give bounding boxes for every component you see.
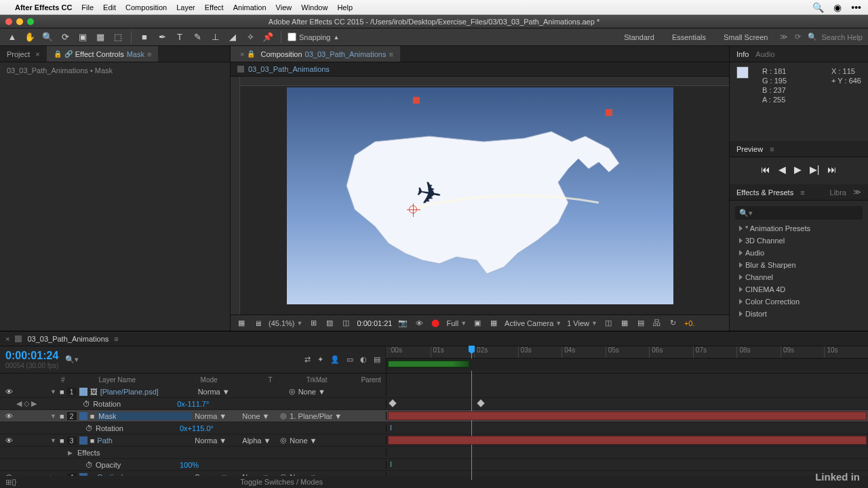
next-frame-button[interactable]: ▶| — [810, 164, 820, 175]
tab-project[interactable]: Project × — [0, 46, 47, 62]
expression-icon[interactable]: I — [390, 460, 392, 468]
panel-menu-icon[interactable]: ≡ — [800, 188, 804, 197]
layer-row[interactable]: 👁 ▼ ■ 1 🖼 [Plane/Plane.psd] Norma ▼ ◎ No… — [0, 386, 868, 398]
workspace-overflow-icon[interactable]: ≫ — [780, 33, 788, 41]
work-area-bar[interactable] — [388, 361, 469, 367]
tab-audio[interactable]: Audio — [755, 50, 774, 58]
menu-file[interactable]: File — [81, 3, 94, 12]
anchor-marker[interactable] — [413, 97, 420, 104]
tab-preview[interactable]: Preview — [736, 145, 763, 153]
layer-row[interactable]: 👁 ▼ ■ 2 ■ Mask Norma ▼ None ▼ ◎ 1. Plane… — [0, 410, 868, 422]
pen-tool-icon[interactable]: ✒ — [155, 30, 169, 44]
anchor-crosshair[interactable] — [409, 205, 417, 214]
keyframe-nav[interactable]: ◀ ◇ ▶ — [16, 399, 37, 408]
twirl-icon[interactable]: ▶ — [68, 449, 75, 456]
effect-category[interactable]: * Animation Presets — [739, 222, 859, 235]
property-row[interactable]: ▶Effects — [0, 447, 868, 459]
parent-dropdown[interactable]: None ▼ — [290, 436, 317, 445]
app-name[interactable]: After Effects CC — [15, 3, 72, 12]
blend-mode-dropdown[interactable]: Norma ▼ — [198, 388, 243, 396]
effect-category[interactable]: Audio — [739, 247, 859, 259]
parent-pickwhip-icon[interactable]: ◎ — [280, 436, 287, 445]
effect-category[interactable]: CINEMA 4D — [739, 283, 859, 296]
current-time[interactable]: 0:00:01:21 — [357, 319, 392, 327]
layer-name[interactable]: [Plane/Plane.psd] — [100, 388, 195, 396]
label-color[interactable] — [79, 412, 87, 420]
grid-icon[interactable]: ▦ — [236, 318, 247, 329]
menu-view[interactable]: View — [276, 3, 292, 12]
exposure-value[interactable]: +0. — [684, 319, 695, 327]
twirl-icon[interactable]: ▼ — [50, 388, 57, 395]
play-button[interactable]: ▶ — [794, 164, 802, 175]
tab-libraries[interactable]: Libra — [830, 188, 846, 197]
close-icon[interactable]: × — [5, 335, 9, 343]
trkmat-dropdown[interactable]: Alpha ▼ — [242, 436, 277, 445]
tab-composition[interactable]: × 🔒 Composition 03_03_Path_Animations ≡ — [231, 46, 400, 62]
twirl-icon[interactable]: ▼ — [50, 437, 57, 444]
overflow-icon[interactable]: ≫ — [853, 188, 861, 197]
workspace-standard[interactable]: Standard — [618, 32, 660, 43]
monitor-icon[interactable]: 🖥 — [252, 318, 263, 329]
mask-icon[interactable]: ◫ — [340, 318, 351, 329]
property-value[interactable]: 0x+115.0° — [180, 424, 214, 432]
snapshot-icon[interactable]: 📷 — [397, 318, 408, 329]
visibility-toggle-icon[interactable]: 👁 — [4, 412, 14, 420]
resolution-icon[interactable]: ⊞ — [308, 318, 319, 329]
camera-tool-icon[interactable]: ▣ — [76, 30, 90, 44]
layer-name[interactable]: Mask — [97, 412, 192, 420]
layer-bar[interactable] — [388, 436, 867, 445]
parent-dropdown[interactable]: None ▼ — [298, 388, 326, 396]
menu-animation[interactable]: Animation — [233, 3, 267, 12]
spotlight-icon[interactable]: 🔍 — [812, 2, 824, 13]
zoom-tool-icon[interactable]: 🔍 — [41, 30, 54, 44]
toggle-switches-button[interactable]: Toggle Switches / Modes — [240, 478, 323, 486]
keyframe[interactable] — [389, 399, 396, 407]
comp-crumb[interactable]: 03_03_Path_Animations — [231, 62, 729, 77]
solo-icon[interactable]: ■ — [60, 412, 64, 420]
panel-menu-icon[interactable]: ≡ — [770, 145, 774, 153]
snapping-checkbox[interactable] — [288, 33, 296, 41]
label-color[interactable] — [79, 388, 87, 396]
pan-behind-tool-icon[interactable]: ▦ — [94, 30, 107, 44]
cc-icon[interactable]: ◉ — [833, 2, 842, 13]
expression-icon[interactable]: I — [390, 424, 392, 432]
eraser-tool-icon[interactable]: ◢ — [226, 30, 239, 44]
search-icon[interactable]: 🔍▾ — [65, 355, 79, 364]
shy-icon[interactable]: 👤 — [330, 355, 340, 364]
last-frame-button[interactable]: ⏭ — [827, 164, 837, 175]
roto-tool-icon[interactable]: ✧ — [243, 30, 257, 44]
selection-tool-icon[interactable]: ▲ — [5, 30, 19, 44]
composition-viewer[interactable]: ✈ — [231, 77, 729, 314]
solo-icon[interactable]: ■ — [60, 388, 64, 396]
effect-category[interactable]: Distort — [739, 308, 859, 320]
modes-icon[interactable]: {} — [12, 478, 16, 486]
time-ruler[interactable]: :00s01s 02s03s 04s05s 06s07s 08s09s 10s — [387, 346, 868, 359]
switches-icon[interactable]: ⊞ — [5, 478, 12, 487]
menu-edit[interactable]: Edit — [103, 3, 116, 12]
tab-effects-presets[interactable]: Effects & Presets — [736, 188, 793, 197]
rotation-tool-icon[interactable]: ⟳ — [58, 30, 72, 44]
property-row[interactable]: ◀ ◇ ▶ ⏱ Rotation 0x-111.7° — [0, 398, 868, 410]
resolution-dropdown[interactable]: Full▼ — [446, 319, 467, 327]
type-tool-icon[interactable]: T — [173, 30, 186, 44]
timeline-icon[interactable]: ▤ — [635, 318, 646, 329]
show-snapshot-icon[interactable]: 👁 — [414, 318, 425, 329]
prev-frame-button[interactable]: ◀ — [778, 164, 786, 175]
fast-preview-icon[interactable]: ▦ — [619, 318, 630, 329]
parent-dropdown[interactable]: 1. Plane/Plar ▼ — [290, 412, 342, 420]
menu-composition[interactable]: Composition — [125, 3, 167, 12]
first-frame-button[interactable]: ⏮ — [761, 164, 770, 175]
draft-3d-icon[interactable]: ✦ — [317, 355, 323, 364]
visibility-toggle-icon[interactable]: 👁 — [4, 436, 14, 445]
menu-help[interactable]: Help — [337, 3, 353, 12]
puppet-tool-icon[interactable]: 📌 — [261, 30, 275, 44]
effect-category[interactable]: Color Correction — [739, 296, 859, 308]
flowchart-icon[interactable]: 品 — [652, 318, 663, 329]
close-icon[interactable]: × — [35, 50, 39, 58]
property-row[interactable]: ⏱Opacity100% I — [0, 459, 868, 471]
effect-category[interactable]: Channel — [739, 271, 859, 283]
property-value[interactable]: 0x-111.7° — [177, 400, 209, 408]
parent-pickwhip-icon[interactable]: ◎ — [280, 411, 287, 420]
menu-extras-icon[interactable]: ••• — [851, 2, 861, 13]
camera-dropdown[interactable]: Active Camera▼ — [505, 319, 561, 327]
